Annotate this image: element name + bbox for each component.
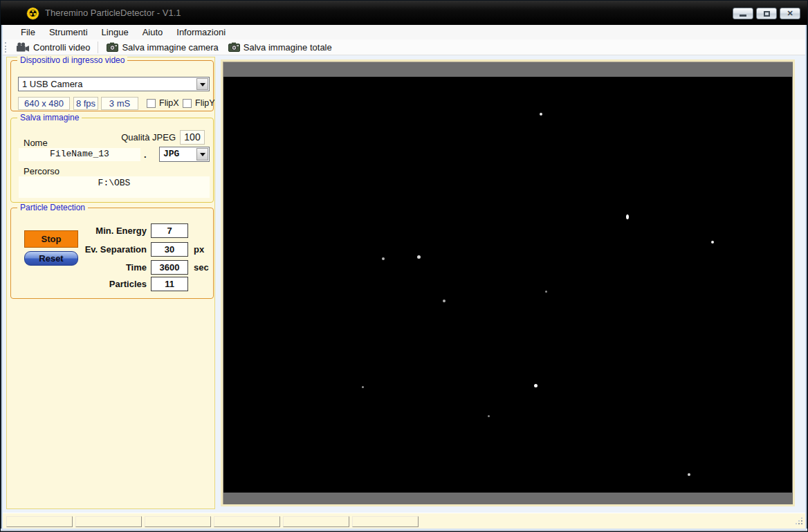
time-unit: sec	[194, 262, 209, 273]
minimize-button[interactable]	[733, 8, 753, 19]
particle-dot	[688, 473, 690, 476]
video-camera-icon	[16, 42, 30, 53]
particle-detection-group: Particle Detection Stop Reset Min. Energ…	[10, 208, 214, 299]
window-frame	[1, 25, 3, 529]
status-panel	[6, 516, 73, 527]
status-panel	[352, 516, 419, 527]
toolbar-separator	[98, 42, 99, 53]
format-select-value: JPG	[163, 149, 179, 159]
filename-label: Nome	[24, 138, 48, 148]
window-frame	[807, 25, 807, 532]
exposure-field[interactable]: 3 mS	[101, 97, 138, 110]
toolbar: Controlli video Salva immagine camera	[2, 39, 807, 55]
particle-dot	[534, 384, 538, 387]
particle-dot	[417, 255, 421, 259]
device-group: Dispositivo di ingresso video 1 USB Came…	[10, 60, 214, 111]
status-panel	[145, 516, 211, 527]
settings-panel: Dispositivo di ingresso video 1 USB Came…	[6, 57, 215, 509]
flipy-label: FlipY	[195, 98, 214, 108]
resolution-field[interactable]: 640 x 480	[18, 97, 70, 110]
minimize-icon	[740, 15, 746, 17]
jpeg-quality-label: Qualità JPEG	[101, 132, 176, 143]
window-frame	[805, 25, 807, 529]
device-group-title: Dispositivo di ingresso video	[17, 55, 127, 65]
video-canvas	[223, 77, 792, 493]
salva-immagine-totale-label: Salva immagine totale	[244, 42, 332, 53]
ev-separation-unit: px	[194, 244, 204, 255]
min-energy-label: Min. Energy	[25, 226, 147, 236]
controlli-video-label: Controlli video	[33, 42, 90, 53]
ev-separation-label: Ev. Separation	[25, 244, 147, 255]
menu-informazioni[interactable]: Informazioni	[169, 26, 232, 39]
particles-count-field[interactable]: 11	[151, 277, 188, 291]
particle-dot	[488, 415, 490, 417]
chevron-down-icon[interactable]	[196, 78, 208, 90]
path-field[interactable]: F:\OBS	[19, 176, 210, 198]
menu-bar: File Strumenti Lingue Aiuto Informazioni	[2, 25, 807, 39]
video-panel	[221, 59, 795, 506]
particle-dot	[545, 291, 547, 293]
save-image-group: Salva immagine Qualità JPEG 100 Nome Fil…	[10, 118, 214, 203]
radiation-icon: ☢	[26, 7, 39, 20]
title-bar: ☢ Theremino ParticleDetector - V1.1 ✕	[1, 1, 807, 25]
resize-grip[interactable]	[795, 517, 803, 525]
menu-aiuto[interactable]: Aiuto	[136, 26, 170, 39]
camera-select-value: 1 USB Camera	[22, 79, 82, 89]
maximize-icon	[764, 11, 770, 17]
format-select[interactable]: JPG	[159, 147, 210, 162]
particles-label: Particles	[25, 279, 147, 289]
controlli-video-button[interactable]: Controlli video	[11, 41, 95, 54]
status-panel	[75, 516, 142, 527]
particle-dot	[362, 386, 364, 388]
particle-dot	[443, 300, 446, 302]
menu-file[interactable]: File	[14, 26, 42, 39]
salva-immagine-totale-button[interactable]: Salva immagine totale	[223, 41, 337, 54]
status-panel	[283, 516, 349, 527]
chevron-down-icon[interactable]	[196, 148, 208, 160]
particle-dot	[382, 257, 385, 260]
time-field[interactable]: 3600	[151, 260, 188, 275]
camera-icon	[228, 42, 240, 52]
fps-field[interactable]: 8 fps	[73, 97, 98, 110]
salva-immagine-camera-button[interactable]: Salva immagine camera	[102, 41, 223, 54]
particle-dot	[540, 113, 542, 116]
camera-select[interactable]: 1 USB Camera	[18, 77, 210, 91]
save-group-title: Salva immagine	[17, 113, 82, 122]
flipy-checkbox[interactable]	[183, 99, 192, 108]
particle-dot	[711, 241, 714, 244]
window-title: Theremino ParticleDetector - V1.1	[45, 8, 181, 18]
menu-lingue[interactable]: Lingue	[95, 26, 136, 39]
extension-dot: .	[144, 149, 147, 160]
toolbar-grip[interactable]	[5, 42, 7, 53]
jpeg-quality-field[interactable]: 100	[180, 130, 205, 145]
status-bar	[2, 513, 807, 529]
menu-strumenti[interactable]: Strumenti	[42, 26, 95, 39]
detection-group-title: Particle Detection	[17, 203, 88, 212]
camera-icon	[107, 42, 118, 52]
filename-field[interactable]: FileName_13	[19, 148, 140, 161]
path-label: Percorso	[24, 166, 59, 176]
ev-separation-field[interactable]: 30	[151, 242, 188, 257]
flipx-checkbox[interactable]	[147, 99, 156, 108]
particle-dot	[626, 214, 629, 219]
app-window: ☢ Theremino ParticleDetector - V1.1 ✕ Fi…	[0, 0, 808, 532]
salva-immagine-camera-label: Salva immagine camera	[122, 42, 218, 53]
min-energy-field[interactable]: 7	[151, 223, 188, 238]
maximize-button[interactable]	[756, 8, 777, 19]
time-label: Time	[25, 262, 147, 273]
flipx-label: FlipX	[159, 98, 178, 108]
close-button[interactable]: ✕	[780, 8, 800, 19]
status-panel	[214, 516, 280, 527]
close-icon: ✕	[787, 10, 793, 17]
